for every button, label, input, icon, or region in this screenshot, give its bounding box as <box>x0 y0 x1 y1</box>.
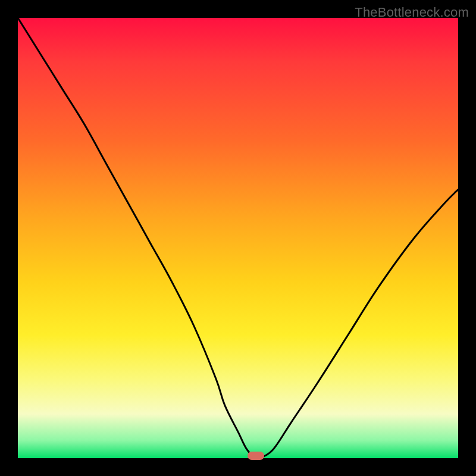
curve-path <box>18 18 458 459</box>
plot-area <box>18 18 458 458</box>
min-marker <box>248 452 264 460</box>
chart-frame: TheBottleneck.com <box>0 0 476 476</box>
bottleneck-curve <box>18 18 458 458</box>
